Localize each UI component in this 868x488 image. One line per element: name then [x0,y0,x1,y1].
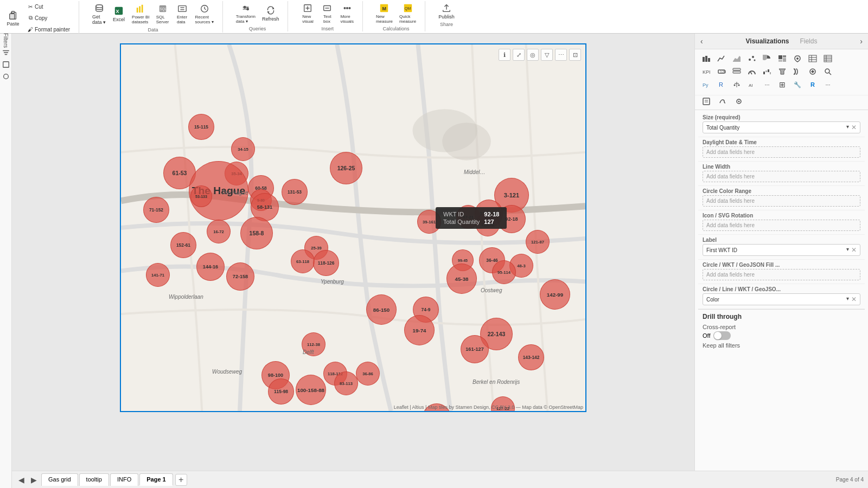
map-info-button[interactable]: ℹ [499,49,510,61]
label-dropdown-icon[interactable]: ▾ [846,246,849,254]
page-tab-gas-grid[interactable]: Gas grid [41,473,78,486]
recent-sources-button[interactable]: Recentsources ▾ [193,2,216,25]
circle-line-remove-icon[interactable]: ✕ [851,296,857,303]
map-bubble[interactable]: 95-114 [492,260,516,284]
size-field-zone[interactable]: Total Quantity ▾ ✕ [703,121,860,133]
format-painter-button[interactable]: 🖌 Format painter [24,24,72,35]
viz-icon-py[interactable]: Py [699,79,713,91]
publish-button[interactable]: Publish [436,1,457,21]
viz-icon-more1[interactable]: ··· [760,79,774,91]
viz-icon-decomp[interactable] [730,79,744,91]
viz-icon-more5[interactable]: ··· [821,79,835,91]
tab-next[interactable]: ▶ [29,474,39,485]
map-bubble[interactable]: 161-127 [461,335,489,363]
map-bubble[interactable]: 141-71 [146,263,170,287]
filters-sidebar-label[interactable]: Filters [1,36,11,46]
map-bubble[interactable]: 115-98 [268,378,294,404]
map-bubble[interactable]: 126-25 [330,152,362,184]
map-bubble[interactable]: 53-133 [190,185,212,207]
enter-data-button[interactable]: Enterdata [174,2,191,25]
viz-icon-more3[interactable]: 🔧 [790,79,805,91]
viz-icon-ribbon[interactable] [790,66,805,78]
map-bubble[interactable]: 92-18 [497,205,526,233]
cross-report-toggle[interactable]: Off [703,331,860,340]
viz-icon-kpi[interactable]: KPI [699,66,713,78]
analytics-tab[interactable] [731,95,747,110]
copy-button[interactable]: ⧉ Copy [24,12,72,23]
map-bubble[interactable]: 152-61 [170,232,196,258]
map-bubble[interactable]: 36-86 [356,362,380,386]
viz-icon-funnel[interactable] [775,66,789,78]
map-bubble[interactable]: 83-113 [334,371,358,395]
icon-rotation-drop-zone[interactable]: Add data fields here [703,220,860,231]
map-bubble[interactable]: 158-8 [240,217,273,249]
map-bubble[interactable]: 19-74 [404,315,435,345]
map-bubble[interactable]: 112-38 [302,332,326,356]
map-bubble[interactable]: 16-72 [207,220,231,243]
fields-panel-title[interactable]: Fields [800,37,817,45]
map-bubble[interactable]: 118-126 [313,250,339,276]
build-tab[interactable] [698,95,714,110]
map-bubble[interactable]: 71-152 [143,197,169,223]
viz-icon-treemap[interactable] [775,53,789,65]
map-bubble[interactable]: 131-53 [282,179,308,205]
map-focus-button[interactable]: ◎ [527,49,539,61]
viz-icon-custom1[interactable] [806,66,820,78]
page-tab-tooltip[interactable]: tooltip [79,473,109,486]
sidebar-icon-1[interactable] [1,48,11,57]
map-bubble[interactable]: 15-115 [188,114,214,140]
circle-fill-drop-zone[interactable]: Add data fields here [703,269,860,280]
circle-color-drop-zone[interactable]: Add data fields here [703,195,860,207]
more-visuals-button[interactable]: Morevisuals [338,1,355,25]
viz-icon-line[interactable] [714,53,729,65]
paste-button[interactable]: Paste [4,8,22,28]
field-dropdown-icon[interactable]: ▾ [846,124,849,131]
viz-search-icon[interactable] [821,66,835,78]
cross-report-toggle-track[interactable] [713,331,731,340]
power-bi-datasets-button[interactable]: Power BIdatasets [130,2,151,25]
format-tab[interactable] [714,95,731,110]
map-container[interactable]: ℹ ⤢ ◎ ▽ ⋯ ⊡ 15-11534-1561-5335-34126-25T… [121,44,585,411]
daylight-drop-zone[interactable]: Add data fields here [703,146,860,158]
map-bubble[interactable]: 100-158-88 [296,375,326,405]
map-filter-button[interactable]: ▽ [541,49,553,61]
panel-nav-left[interactable]: ‹ [700,37,703,46]
map-bubble[interactable]: 143-142 [518,344,544,370]
viz-icon-gauge[interactable] [745,66,759,78]
map-bubble[interactable]: 63-118 [291,249,315,273]
map-bubble[interactable]: 72-158 [226,262,254,291]
viz-icon-ai[interactable]: AI [745,79,759,91]
map-bubble[interactable]: 144-16 [196,253,225,281]
map-resize-button[interactable]: ⤢ [513,49,525,61]
viz-icon-area[interactable] [730,53,744,65]
map-bubble[interactable]: 86-150 [366,294,397,325]
tab-prev[interactable]: ◀ [16,474,27,485]
field-remove-icon[interactable]: ✕ [851,124,857,131]
map-bubble[interactable]: 142-99 [540,279,570,310]
map-more-button[interactable]: ⋯ [555,49,567,61]
refresh-button[interactable]: Refresh [260,3,282,23]
page-tab-page-1[interactable]: Page 1 [139,473,173,486]
map-bubble[interactable]: 121-87 [526,230,550,254]
add-tab-button[interactable]: + [175,474,187,486]
new-measure-button[interactable]: M Newmeasure [374,1,395,25]
sql-server-button[interactable]: SQL SQLServer [154,2,171,25]
excel-button[interactable]: X Excel [110,4,127,23]
line-width-drop-zone[interactable]: Add data fields here [703,171,860,182]
viz-icon-card[interactable]: 123 [714,66,729,78]
viz-panel-title[interactable]: Visualizations [746,37,789,45]
transform-data-button[interactable]: Transformdata ▾ [234,1,258,25]
label-field-zone[interactable]: First WKT ID ▾ ✕ [703,244,860,256]
map-bubble[interactable]: 110-92 [476,213,500,236]
viz-icon-bar[interactable] [699,53,713,65]
viz-icon-scatter[interactable] [745,53,759,65]
viz-icon-pie[interactable] [760,53,774,65]
cut-button[interactable]: ✂ Cut [24,1,72,12]
map-expand-button[interactable]: ⊡ [569,49,581,61]
viz-icon-table[interactable] [806,53,820,65]
label-remove-icon[interactable]: ✕ [851,246,857,254]
sidebar-icon-2[interactable] [1,60,11,69]
map-bubble[interactable]: 34-15 [231,137,255,161]
viz-icon-matrix[interactable] [821,53,835,65]
map-bubble[interactable]: 39-161 [417,210,441,234]
